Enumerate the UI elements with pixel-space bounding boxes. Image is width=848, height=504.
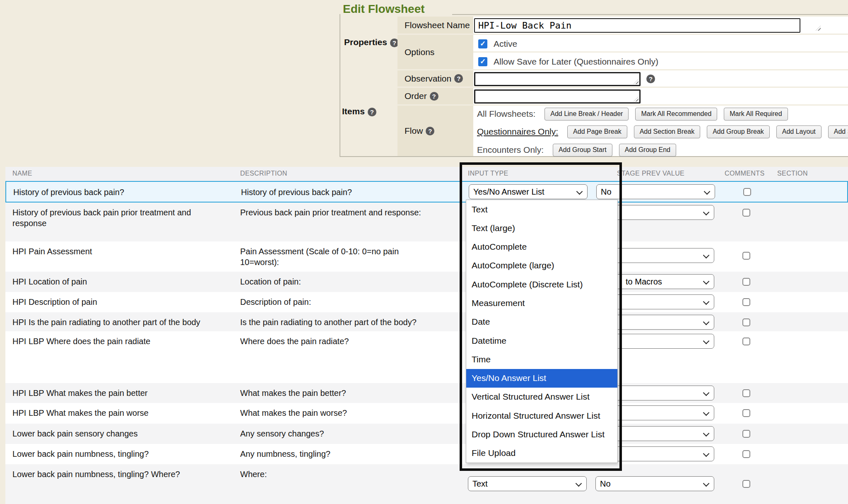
allow-save-checkbox[interactable] bbox=[478, 57, 487, 66]
table-row[interactable]: HPI LBP Where does the pain radiate Wher… bbox=[5, 331, 848, 383]
help-icon[interactable]: ? bbox=[426, 127, 434, 135]
column-header-input-type: INPUT TYPE bbox=[468, 170, 508, 177]
stage-prev-value: to Macros bbox=[626, 277, 662, 287]
table-row[interactable]: HPI Is the pain radiating to another par… bbox=[5, 312, 848, 331]
dropdown-option[interactable]: AutoComplete (large) bbox=[466, 256, 617, 275]
comments-checkbox[interactable] bbox=[742, 480, 750, 488]
options-label-text: Options bbox=[405, 47, 434, 57]
comments-checkbox[interactable] bbox=[742, 278, 750, 286]
column-header-comments: COMMENTS bbox=[725, 170, 765, 177]
flow-button[interactable]: Add Layout bbox=[776, 125, 822, 138]
flow-button[interactable]: Add Group End bbox=[619, 144, 676, 157]
chevron-down-icon bbox=[703, 410, 710, 416]
resize-grip-icon[interactable] bbox=[634, 79, 638, 84]
stage-prev-value-select[interactable]: No bbox=[596, 184, 715, 199]
item-description-cell: Pain Assessment (Scale of 0-10: 0=no pai… bbox=[240, 246, 426, 268]
dropdown-option[interactable]: Datetime bbox=[466, 331, 617, 350]
table-row[interactable]: History of previous back pain prior trea… bbox=[5, 203, 848, 241]
stage-prev-value: No bbox=[600, 479, 611, 489]
resize-grip-icon[interactable] bbox=[816, 26, 821, 31]
chevron-down-icon bbox=[703, 451, 710, 457]
dropdown-option[interactable]: Date bbox=[466, 313, 617, 331]
properties-group-label: Properties? bbox=[344, 37, 399, 47]
observation-label-text: Observation bbox=[405, 74, 451, 84]
comments-checkbox[interactable] bbox=[742, 389, 750, 397]
item-description-cell: Where does the pain radiate? bbox=[240, 336, 426, 347]
order-input[interactable] bbox=[474, 89, 641, 104]
active-checkbox[interactable] bbox=[478, 39, 487, 48]
column-header-section: SECTION bbox=[777, 170, 808, 177]
dropdown-option[interactable]: Yes/No Answer List bbox=[466, 369, 617, 388]
table-row[interactable]: HPI LBP What makes the pain better What … bbox=[5, 383, 848, 403]
items-group-label: Items? bbox=[342, 106, 376, 116]
flow-button[interactable]: Add Group Break bbox=[707, 125, 770, 138]
input-type-select[interactable]: Yes/No Answer List bbox=[469, 184, 588, 199]
comments-checkbox[interactable] bbox=[742, 252, 750, 260]
comments-checkbox[interactable] bbox=[742, 409, 750, 417]
dropdown-option[interactable]: Vertical Structured Answer List bbox=[466, 388, 617, 406]
table-row[interactable]: Lower back pain sensory changes Any sens… bbox=[5, 424, 848, 444]
flowsheet-name-input[interactable]: HPI-Low Back Pain bbox=[474, 18, 800, 33]
table-row[interactable]: HPI Description of pain Description of p… bbox=[5, 292, 848, 312]
dropdown-option[interactable]: AutoComplete (Discrete List) bbox=[466, 275, 617, 294]
flow-button[interactable]: Add Section Break bbox=[634, 125, 701, 138]
order-label: Order? bbox=[398, 88, 473, 106]
chevron-down-icon bbox=[703, 390, 710, 396]
table-row[interactable]: HPI LBP What makes the pain worse What m… bbox=[5, 403, 848, 424]
dropdown-option[interactable]: Text (large) bbox=[466, 219, 617, 237]
comments-checkbox[interactable] bbox=[743, 188, 751, 196]
observation-label: Observation? bbox=[398, 70, 473, 88]
flow-button[interactable]: Add Scriptlet bbox=[828, 125, 848, 138]
dropdown-option[interactable]: Measurement bbox=[466, 294, 617, 312]
comments-checkbox[interactable] bbox=[742, 209, 750, 217]
comments-checkbox[interactable] bbox=[742, 338, 750, 345]
order-cell bbox=[473, 88, 848, 106]
comments-checkbox[interactable] bbox=[742, 430, 750, 438]
table-row[interactable]: Lower back pain numbness, tingling? Wher… bbox=[5, 464, 848, 504]
encounters-only-label: Encounters Only: bbox=[477, 145, 544, 155]
observation-input[interactable] bbox=[474, 72, 641, 86]
flow-button[interactable]: Mark All Required bbox=[724, 108, 788, 121]
item-name-cell: HPI Description of pain bbox=[12, 297, 224, 307]
dropdown-option[interactable]: AutoComplete bbox=[466, 238, 617, 256]
flow-label: Flow? bbox=[398, 106, 473, 156]
dropdown-option[interactable]: Drop Down Structured Answer List bbox=[466, 425, 617, 444]
help-icon[interactable]: ? bbox=[646, 75, 655, 83]
flow-button[interactable]: Add Group Start bbox=[553, 144, 612, 157]
chevron-down-icon bbox=[576, 480, 582, 487]
all-flowsheets-row: All Flowsheets: Add Line Break / HeaderM… bbox=[477, 106, 788, 121]
item-description-cell: Location of pain: bbox=[240, 276, 426, 287]
help-icon[interactable]: ? bbox=[368, 108, 376, 116]
flow-button[interactable]: Mark All Recommended bbox=[635, 108, 717, 121]
flow-label-text: Flow bbox=[405, 126, 423, 136]
help-icon[interactable]: ? bbox=[454, 74, 463, 83]
help-icon[interactable]: ? bbox=[430, 92, 438, 101]
dropdown-option[interactable]: Text bbox=[466, 200, 617, 219]
dropdown-option[interactable]: Time bbox=[466, 350, 617, 369]
table-row[interactable]: HPI Location of pain Location of pain: t… bbox=[5, 272, 848, 292]
table-row[interactable]: HPI Pain Assessment Pain Assessment (Sca… bbox=[5, 241, 848, 272]
input-type-select[interactable]: Text bbox=[468, 476, 587, 491]
table-row[interactable]: Lower back pain numbness, tingling? Any … bbox=[5, 444, 848, 464]
flow-button[interactable]: Add Page Break bbox=[567, 125, 627, 138]
flowsheet-name-label-text: Flowsheet Name bbox=[405, 20, 470, 30]
items-label-text: Items bbox=[342, 106, 365, 116]
stage-prev-value-select[interactable]: No bbox=[595, 476, 714, 491]
table-row[interactable]: History of previous back pain? History o… bbox=[5, 181, 848, 203]
column-header-description: DESCRIPTION bbox=[240, 170, 287, 177]
resize-grip-icon[interactable] bbox=[634, 96, 638, 101]
item-description-cell: Previous back pain prior treatment and r… bbox=[240, 207, 426, 218]
item-name-cell: Lower back pain numbness, tingling? Wher… bbox=[12, 469, 224, 480]
comments-checkbox[interactable] bbox=[742, 298, 750, 306]
item-name-cell: HPI Is the pain radiating to another par… bbox=[12, 317, 224, 328]
dropdown-option[interactable]: File Upload bbox=[466, 444, 617, 463]
comments-checkbox[interactable] bbox=[742, 450, 750, 458]
fieldset-border-left bbox=[340, 14, 340, 157]
flow-button[interactable]: Add Line Break / Header bbox=[544, 108, 629, 121]
chevron-down-icon bbox=[703, 338, 710, 345]
dropdown-option[interactable]: Horizontal Structured Answer List bbox=[466, 406, 617, 425]
chevron-down-icon bbox=[576, 188, 583, 195]
chevron-down-icon bbox=[703, 480, 710, 487]
item-description-cell: Any numbness, tingling? bbox=[240, 449, 426, 459]
comments-checkbox[interactable] bbox=[742, 318, 750, 326]
